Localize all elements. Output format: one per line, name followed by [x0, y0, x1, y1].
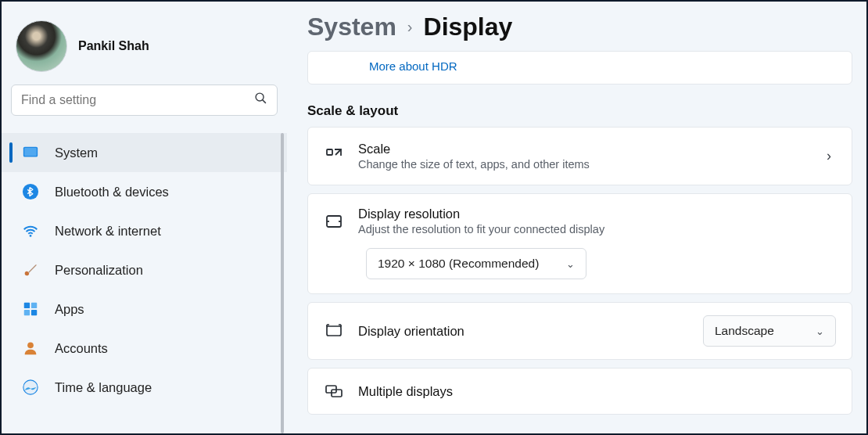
svg-point-10: [27, 342, 34, 348]
sidebar-item-label: Time & language: [55, 380, 152, 395]
user-name: Pankil Shah: [78, 39, 149, 53]
search-icon: [254, 92, 267, 109]
nav-scrollbar[interactable]: [281, 133, 284, 433]
bluetooth-icon: [22, 183, 39, 200]
multiple-displays-card[interactable]: Multiple displays: [307, 368, 852, 415]
sidebar-item-network[interactable]: Network & internet: [2, 211, 287, 250]
svg-rect-13: [327, 149, 332, 155]
orientation-card: Display orientation Landscape ⌄: [307, 302, 852, 360]
hdr-card: More about HDR: [307, 51, 852, 84]
resolution-icon: [324, 211, 344, 232]
breadcrumb-current: Display: [424, 13, 513, 41]
orientation-title: Display orientation: [358, 324, 689, 339]
sidebar-item-personalization[interactable]: Personalization: [2, 250, 287, 289]
sidebar-item-time[interactable]: Time & language: [2, 368, 287, 407]
svg-line-1: [263, 100, 266, 103]
resolution-title: Display resolution: [358, 207, 836, 221]
user-profile[interactable]: Pankil Shah: [2, 13, 287, 84]
breadcrumb: System › Display: [307, 13, 852, 41]
scale-title: Scale: [358, 142, 812, 156]
multiple-displays-title: Multiple displays: [358, 384, 836, 399]
svg-point-0: [256, 93, 264, 101]
nav-list: System Bluetooth & devices Network & int…: [2, 133, 287, 433]
sidebar-item-bluetooth[interactable]: Bluetooth & devices: [2, 172, 287, 211]
apps-icon: [22, 300, 39, 318]
sidebar-item-system[interactable]: System: [2, 133, 287, 172]
globe-icon: [22, 379, 39, 396]
brush-icon: [22, 261, 39, 279]
scale-icon: [324, 146, 344, 167]
chevron-right-icon: ›: [827, 148, 836, 164]
orientation-icon: [324, 321, 344, 341]
breadcrumb-parent[interactable]: System: [307, 13, 396, 41]
sidebar-item-label: System: [55, 146, 98, 160]
sidebar: Pankil Shah System Bluetooth & devices: [2, 2, 287, 433]
monitor-icon: [22, 144, 39, 161]
svg-point-5: [30, 235, 32, 237]
resolution-desc: Adjust the resolution to fit your connec…: [358, 223, 836, 235]
svg-rect-7: [31, 303, 37, 308]
sidebar-item-apps[interactable]: Apps: [2, 289, 287, 329]
multiple-displays-icon: [324, 381, 344, 401]
scale-desc: Change the size of text, apps, and other…: [358, 158, 812, 171]
resolution-card: Display resolution Adjust the resolution…: [307, 193, 852, 294]
scale-card[interactable]: Scale Change the size of text, apps, and…: [307, 127, 852, 185]
chevron-down-icon: ⌄: [816, 325, 824, 337]
sidebar-item-label: Bluetooth & devices: [55, 185, 169, 200]
sidebar-item-label: Accounts: [55, 341, 108, 356]
orientation-select[interactable]: Landscape ⌄: [703, 315, 836, 347]
person-icon: [22, 340, 39, 357]
orientation-value: Landscape: [715, 324, 774, 338]
svg-rect-6: [24, 303, 30, 308]
svg-rect-9: [31, 310, 37, 315]
search-input[interactable]: [21, 93, 254, 107]
main-pane: System › Display More about HDR Scale & …: [287, 2, 866, 433]
section-title-scale: Scale & layout: [307, 103, 852, 119]
svg-rect-17: [327, 326, 341, 336]
sidebar-item-accounts[interactable]: Accounts: [2, 329, 287, 368]
avatar: [16, 20, 67, 72]
sidebar-item-label: Personalization: [55, 263, 143, 278]
search-box[interactable]: [11, 84, 278, 116]
search-container: [2, 84, 287, 128]
chevron-right-icon: ›: [407, 18, 413, 36]
sidebar-item-label: Apps: [55, 302, 84, 317]
wifi-icon: [22, 222, 39, 239]
resolution-select[interactable]: 1920 × 1080 (Recommended) ⌄: [366, 248, 586, 279]
svg-rect-8: [24, 310, 30, 315]
svg-rect-3: [24, 148, 37, 156]
resolution-value: 1920 × 1080 (Recommended): [378, 257, 539, 271]
sidebar-item-label: Network & internet: [55, 224, 161, 239]
hdr-link[interactable]: More about HDR: [369, 56, 852, 73]
chevron-down-icon: ⌄: [566, 258, 575, 270]
